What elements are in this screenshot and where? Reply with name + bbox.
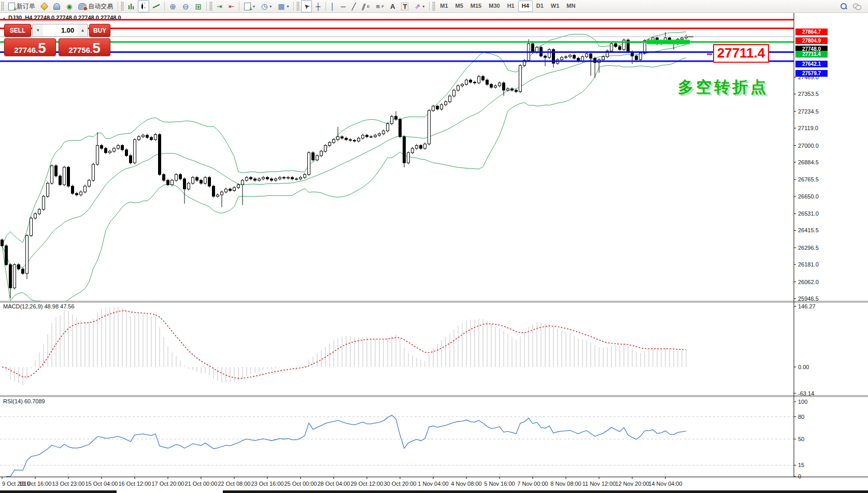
candle [610,44,613,51]
timeframe-mn-button[interactable]: MN [563,1,579,12]
zoom-out-button[interactable]: ⊖ [180,0,192,12]
candle [565,57,567,57]
channel-tool-button[interactable]: ∥E [360,0,373,12]
candle [411,148,414,152]
toolbar-grip[interactable] [432,2,435,11]
candle [532,44,534,52]
candle [407,153,410,163]
timeframe-h4-button[interactable]: H4 [518,1,533,12]
candle [208,177,211,186]
axis-tick-label: 26650.0 [798,193,819,200]
candle [38,209,41,214]
timeframe-group: M1M5M15M30H1H4D1W1MN [436,1,579,12]
candle [225,189,227,192]
new-chart-dropdown[interactable]: + ▾ [241,0,258,12]
signals-button[interactable]: ◉ [64,0,75,12]
candle [358,138,360,142]
candle [461,84,464,86]
toolbar-grip[interactable] [209,2,212,11]
search-icon [841,3,847,9]
crosshair-tool-button[interactable]: ┼ [313,0,323,12]
volume-increase-button[interactable]: ▲ [77,24,88,36]
sell-price-box[interactable]: 27746.5 [4,38,56,56]
periods-dropdown[interactable]: ◷ ▾ [259,0,274,12]
trendline-tool-button[interactable]: ╱ [349,0,359,12]
callout-dash [707,53,712,55]
timeframe-m15-button[interactable]: M15 [467,1,485,12]
axis-tick-label: 0 [798,473,801,480]
candle [237,185,240,188]
candle [519,65,522,91]
candle [167,180,169,185]
axis-tick-label: 27353.5 [798,91,819,97]
toolbar-grip[interactable] [121,2,124,11]
cursor-tool-button[interactable]: ➤ [301,0,312,12]
candle [503,83,505,90]
time-tick-label: 15 Oct 04:00 [86,481,118,487]
candle [494,86,497,88]
price-callout[interactable]: 27711.4 [713,44,769,63]
trendline-icon: ╱ [352,3,356,10]
timeframe-d1-button[interactable]: D1 [533,1,547,12]
rsi-pane [0,415,794,476]
line-chart-button[interactable] [150,0,162,12]
auto-scroll-button[interactable]: ⇥ [214,0,225,12]
timeframe-m30-button[interactable]: M30 [485,1,503,12]
accounts-button[interactable] [51,0,63,12]
label-tool-button[interactable]: T [399,0,411,12]
axis-tick-label: 26415.5 [798,227,819,233]
candle [590,54,592,58]
fibonacci-tool-button[interactable]: ≡F [374,0,387,12]
candle [457,86,460,90]
new-order-label: 新订单 [17,2,35,11]
timeframe-w1-button[interactable]: W1 [547,1,563,12]
candle [258,179,261,180]
candle [163,175,165,180]
sell-button[interactable]: SELL [4,24,31,37]
turning-point-annotation[interactable]: 多空转折点 [678,77,769,98]
candle [436,106,439,109]
macd-pane [2,307,686,386]
timeframe-m5-button[interactable]: M5 [452,1,467,12]
timeframe-h1-button[interactable]: H1 [504,1,518,12]
candle [515,90,518,92]
buy-price-box[interactable]: 27756.5 [59,38,110,56]
chat-button[interactable] [850,0,863,12]
templates-dropdown[interactable]: ▦ ▾ [275,0,291,12]
text-tool-button[interactable]: A [388,0,397,12]
candle [316,156,319,160]
bar-chart-button[interactable] [125,0,137,12]
bollinger-lower-band [2,58,686,306]
buy-button[interactable]: BUY [89,24,110,37]
zoom-in-button[interactable]: ⊕ [167,0,179,12]
candle [96,146,99,164]
toolbar-grip[interactable] [1,2,4,11]
volume-input[interactable] [43,24,77,36]
tile-windows-icon: ⊞ [195,3,202,10]
time-tick-label: 17 Oct 20:00 [152,481,184,487]
volume-decrease-button[interactable]: ▼ [33,24,43,36]
clock-icon: ◷ [261,3,267,10]
vertical-line-tool-button[interactable]: │ [328,0,337,12]
chart-window: ▲DJ30 ,H4 27748.0 27748.0 27748.0 27748.… [0,12,868,493]
chart-shift-button[interactable]: ⇤ [226,0,237,12]
toolbar-grip[interactable] [296,2,300,11]
new-order-button[interactable]: + 新订单 [6,0,38,12]
search-button[interactable] [838,0,849,12]
autotrading-button[interactable]: 自动交易 [76,0,116,12]
candle [486,80,489,84]
candle [34,214,37,218]
candle [449,96,451,102]
candle [391,116,393,123]
horizontal-line-tool-button[interactable]: ─ [338,0,348,12]
arrows-tool-button[interactable]: ⇗▾ [412,0,427,12]
axis-tick-label: 26181.0 [798,261,819,267]
dropdown-arrow-icon: ▾ [287,4,289,9]
timeframe-m1-button[interactable]: M1 [436,1,451,12]
candle [320,151,323,156]
candle [287,177,290,178]
market-watch-button[interactable] [39,0,50,12]
macd-label: MACD(12,26,9) 48.98 47.56 [3,303,75,309]
tile-windows-button[interactable]: ⊞ [193,0,205,12]
candlestick-chart-button[interactable] [138,0,149,12]
